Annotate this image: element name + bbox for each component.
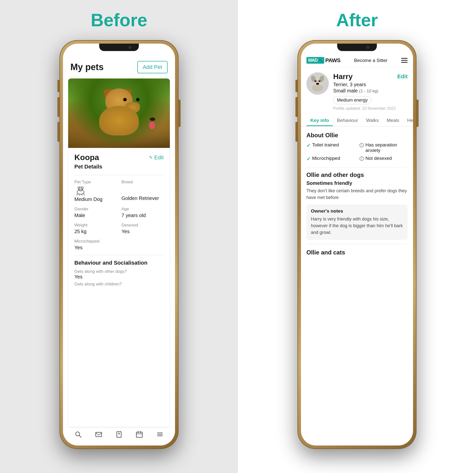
svg-line-4 — [77, 194, 77, 195]
tab-key-info-label: Key info — [310, 118, 329, 123]
bottom-nav — [63, 427, 175, 445]
desexed-value: Yes — [121, 229, 164, 234]
logo-paws-text: PAWS — [325, 57, 340, 64]
tabs-container: Key info Behaviour Walks Meals Health — [301, 115, 413, 126]
check-icon-2: ✓ — [306, 156, 311, 162]
other-dogs-description: They don't like certain breeds and prefe… — [306, 188, 408, 201]
dog-photo-placeholder — [68, 79, 170, 148]
trait-not-desexed: i Not desexed — [359, 156, 408, 162]
edit-label-text: Edit — [154, 154, 164, 161]
about-section: About Ollie ✓ Toilet trained i Has separ… — [306, 132, 408, 162]
svg-rect-14 — [136, 432, 142, 437]
hamburger-line-2 — [401, 60, 408, 61]
logo: MAD 🐾 PAWS — [306, 57, 340, 64]
svg-line-6 — [82, 194, 82, 195]
age-value: 7 years old — [121, 213, 164, 218]
svg-line-9 — [79, 435, 81, 437]
pet-type-value: Medium Dog — [74, 196, 117, 202]
pet-subtitle: Pet Details — [74, 164, 164, 170]
details-grid: Pet Type — [74, 175, 164, 250]
info-icon-2: i — [359, 156, 364, 161]
search-nav-icon[interactable] — [75, 431, 82, 440]
bookmark-nav-icon[interactable] — [116, 431, 122, 440]
after-power-button — [416, 100, 418, 127]
tab-key-info[interactable]: Key info — [306, 115, 333, 126]
mail-nav-icon[interactable] — [95, 431, 102, 440]
svg-point-0 — [77, 190, 84, 194]
pet-profile-info: Harry Edit Terrier, 3 years Small male (… — [333, 72, 408, 111]
trait-not-desexed-text: Not desexed — [365, 156, 392, 161]
children-question: Gets along with children? — [74, 282, 164, 287]
hamburger-line-3 — [401, 62, 408, 63]
dog-eye-right — [136, 98, 140, 101]
behaviour-section: Behaviour and Socialisation Gets along w… — [74, 255, 164, 287]
trait-separation-anxiety: i Has separation anxiety — [359, 142, 408, 153]
age-item: Age 7 years old — [121, 207, 164, 218]
svg-line-7 — [84, 194, 84, 195]
content-area: About Ollie ✓ Toilet trained i Has separ… — [301, 126, 413, 445]
microchipped-value: Yes — [74, 245, 117, 250]
pet-card: Koopa ✎ Edit Pet Details Pet Type — [68, 78, 170, 427]
dog-illustration — [92, 83, 146, 143]
after-volume-down-button — [296, 122, 298, 142]
tab-health[interactable]: Health — [403, 115, 413, 126]
breed-value: Golden Retriever — [121, 195, 164, 201]
behaviour-title: Behaviour and Socialisation — [74, 260, 164, 266]
dog-nose — [150, 117, 155, 121]
app-header: MAD 🐾 PAWS Become a Sitter — [301, 54, 413, 67]
pet-breed-age: Terrier, 3 years — [333, 82, 408, 87]
terrier-avatar-svg — [306, 72, 329, 95]
pet-size-text: Small male — [333, 88, 358, 93]
logo-mad-text: MAD — [308, 58, 318, 63]
hamburger-line-1 — [401, 58, 408, 59]
after-edit-link[interactable]: Edit — [397, 73, 408, 80]
gender-item: Gender Male — [74, 207, 117, 218]
after-notch — [337, 44, 377, 51]
dog-tongue — [149, 122, 155, 129]
pet-type-item: Pet Type — [74, 180, 117, 202]
before-header: My pets Add Pet — [63, 54, 175, 78]
desexed-label: Desexed — [121, 223, 164, 228]
trait-toilet-trained: ✓ Toilet trained — [306, 142, 355, 153]
desexed-item: Desexed Yes — [121, 223, 164, 234]
svg-rect-11 — [117, 432, 121, 437]
menu-nav-icon[interactable] — [156, 431, 163, 440]
calendar-nav-icon[interactable] — [136, 431, 143, 440]
volume-down-button — [58, 122, 60, 142]
after-screen-content: MAD 🐾 PAWS Become a Sitter — [301, 44, 413, 445]
tab-walks-label: Walks — [366, 118, 379, 123]
tab-behaviour[interactable]: Behaviour — [333, 115, 362, 126]
dog-body — [99, 106, 139, 136]
pet-name-row: Koopa ✎ Edit — [74, 153, 164, 162]
tab-meals-label: Meals — [387, 118, 399, 123]
svg-point-29 — [320, 81, 320, 81]
dog-type-icon — [74, 186, 117, 196]
dog-eye-left — [123, 98, 127, 101]
pet-profile-section: Harry Edit Terrier, 3 years Small male (… — [301, 67, 413, 115]
dogs-behaviour-item: Gets along with other dogs? Yes — [74, 269, 164, 280]
trait-separation-anxiety-text: Has separation anxiety — [365, 142, 408, 153]
edit-link[interactable]: ✎ Edit — [149, 154, 164, 161]
weight-item: Weight 25 kg — [74, 223, 117, 234]
add-pet-button[interactable]: Add Pet — [137, 61, 168, 73]
sometimes-friendly: Sometimes friendly — [306, 180, 408, 186]
svg-point-28 — [316, 81, 316, 81]
other-dogs-title: Ollie and other dogs — [306, 171, 408, 178]
tab-walks[interactable]: Walks — [362, 115, 383, 126]
become-sitter-link[interactable]: Become a Sitter — [354, 58, 387, 63]
energy-badge: Medium energy — [333, 96, 371, 104]
hamburger-menu[interactable] — [401, 58, 408, 63]
pet-size: Small male (1 - 10 kg) — [333, 88, 408, 94]
ollie-cats-title: Ollie and cats — [306, 248, 408, 256]
before-label: Before — [91, 10, 147, 30]
tab-behaviour-label: Behaviour — [337, 118, 358, 123]
divider-2 — [306, 244, 408, 244]
before-screen: My pets Add Pet — [63, 44, 175, 445]
before-phone-screen: My pets Add Pet — [63, 44, 175, 445]
tab-health-label: Health — [407, 118, 413, 123]
trait-toilet-trained-text: Toilet trained — [312, 142, 339, 148]
pet-photo — [68, 79, 170, 148]
weight-value: 25 kg — [74, 229, 117, 234]
tab-meals[interactable]: Meals — [383, 115, 403, 126]
after-label: After — [336, 10, 378, 30]
